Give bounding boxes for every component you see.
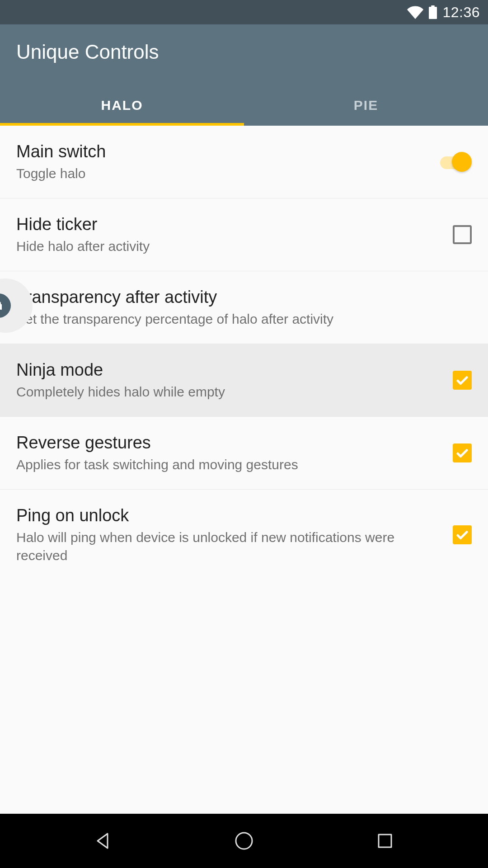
svg-rect-0	[429, 7, 437, 19]
nav-recent-button[interactable]	[367, 823, 403, 859]
tab-halo[interactable]: HALO	[0, 86, 244, 126]
status-clock: 12:36	[442, 4, 480, 21]
setting-title: Ninja mode	[16, 359, 444, 381]
app-header: Unique Controls HALO PIE	[0, 24, 488, 126]
ping-on-unlock-checkbox[interactable]	[453, 525, 472, 544]
setting-title: Transparency after activity	[16, 287, 463, 308]
tabs: HALO PIE	[0, 86, 488, 126]
svg-rect-3	[379, 835, 391, 847]
setting-transparency[interactable]: Transparency after activity Set the tran…	[0, 271, 488, 344]
navigation-bar	[0, 814, 488, 868]
setting-ninja-mode[interactable]: Ninja mode Completely hides halo while e…	[0, 344, 488, 417]
home-icon	[233, 830, 255, 852]
setting-sub: Hide halo after activity	[16, 237, 444, 256]
setting-sub: Set the transparency percentage of halo …	[16, 310, 463, 329]
svg-point-2	[236, 833, 252, 849]
main-switch-toggle[interactable]	[440, 152, 472, 172]
ninja-mode-checkbox[interactable]	[453, 371, 472, 390]
nav-back-button[interactable]	[85, 823, 121, 859]
battery-icon	[429, 5, 437, 19]
setting-reverse-gestures[interactable]: Reverse gestures Applies for task switch…	[0, 417, 488, 490]
wifi-icon	[407, 4, 423, 20]
setting-title: Reverse gestures	[16, 432, 444, 454]
setting-title: Hide ticker	[16, 214, 444, 236]
lock-icon	[0, 300, 4, 311]
setting-title: Main switch	[16, 141, 431, 163]
settings-list: Main switch Toggle halo Hide ticker Hide…	[0, 126, 488, 814]
setting-title: Ping on unlock	[16, 505, 444, 527]
setting-sub: Applies for task switching and moving ge…	[16, 456, 444, 474]
back-icon	[92, 830, 114, 852]
reverse-gestures-checkbox[interactable]	[453, 443, 472, 462]
setting-ping-on-unlock[interactable]: Ping on unlock Halo will ping when devic…	[0, 490, 488, 580]
page-title: Unique Controls	[0, 24, 488, 86]
setting-sub: Halo will ping when device is unlocked i…	[16, 528, 444, 565]
svg-rect-1	[432, 5, 435, 7]
nav-home-button[interactable]	[226, 823, 262, 859]
setting-hide-ticker[interactable]: Hide ticker Hide halo after activity	[0, 198, 488, 271]
tab-pie[interactable]: PIE	[244, 86, 488, 126]
setting-sub: Toggle halo	[16, 165, 431, 183]
status-bar: 12:36	[0, 0, 488, 24]
hide-ticker-checkbox[interactable]	[453, 225, 472, 244]
recent-icon	[374, 830, 396, 852]
setting-sub: Completely hides halo while empty	[16, 383, 444, 401]
setting-main-switch[interactable]: Main switch Toggle halo	[0, 126, 488, 198]
